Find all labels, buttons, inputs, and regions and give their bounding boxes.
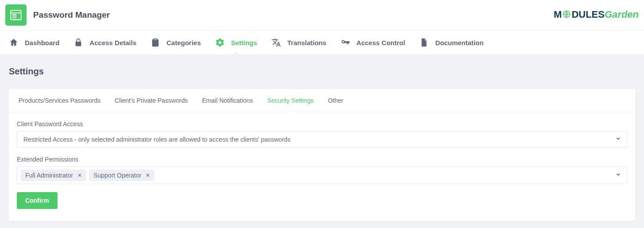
tab-products-services[interactable]: Products/Services Passwords [12,89,108,112]
nav-documentation[interactable]: Documentation [412,31,490,54]
nav-categories[interactable]: Categories [143,31,208,54]
nav-label: Documentation [435,39,483,46]
nav-label: Translations [287,39,326,46]
nav-access-control[interactable]: Access Control [333,31,412,54]
header-left: Password Manager [5,4,110,26]
nav-label: Access Details [89,39,136,46]
chevron-down-icon [615,135,621,143]
nav-label: Access Control [356,39,405,46]
brand-logo: M DULESGarden [554,9,639,21]
nav-label: Settings [231,39,257,46]
app-title: Password Manager [33,10,110,20]
app-logo [5,4,27,26]
chevron-down-icon [615,171,621,179]
select-value: Restricted Access - only selected admini… [23,136,290,143]
settings-card: Products/Services Passwords Client's Pri… [9,89,635,220]
tag-item: Support Operator ✕ [89,170,154,181]
key-icon [340,38,350,47]
tab-email-notifications[interactable]: Email Notifications [195,89,260,112]
document-icon [419,38,429,47]
select-client-password-access[interactable]: Restricted Access - only selected admini… [17,131,627,148]
svg-rect-0 [11,11,21,20]
nav-translations[interactable]: Translations [264,31,333,54]
nav-label: Dashboard [25,39,59,46]
settings-tabs: Products/Services Passwords Client's Pri… [9,89,635,112]
multiselect-extended-permissions[interactable]: Full Administrator ✕ Support Operator ✕ [17,166,627,184]
home-icon [9,38,19,47]
tab-security-settings[interactable]: Security Settings [260,89,321,112]
gear-icon [215,38,225,47]
tag-label: Full Administrator [25,172,73,179]
page-title: Settings [9,66,635,77]
lock-icon [73,38,83,47]
window-icon [10,9,22,21]
main-nav: Dashboard Access Details Categories Sett… [0,30,644,55]
tab-other[interactable]: Other [321,89,351,112]
nav-label: Categories [166,39,201,46]
confirm-button[interactable]: Confirm [17,192,58,209]
group-extended-permissions: Extended Permissions Full Administrator … [17,156,627,184]
group-client-password-access: Client Password Access Restricted Access… [17,120,627,148]
translate-icon [271,38,281,47]
nav-access-details[interactable]: Access Details [66,31,143,54]
globe-icon [562,10,571,19]
card-body: Client Password Access Restricted Access… [9,112,635,220]
content-area: Settings Products/Services Passwords Cli… [0,55,644,228]
label-client-password-access: Client Password Access [17,120,627,128]
label-extended-permissions: Extended Permissions [17,156,627,163]
tag-label: Support Operator [93,172,141,179]
tag-remove-icon[interactable]: ✕ [77,172,82,178]
tag-remove-icon[interactable]: ✕ [146,172,150,178]
tab-client-private[interactable]: Client's Private Passwords [108,89,195,112]
nav-dashboard[interactable]: Dashboard [2,31,66,54]
clipboard-icon [150,38,160,47]
nav-settings[interactable]: Settings [208,31,264,54]
tag-item: Full Administrator ✕ [21,170,86,181]
header: Password Manager M DULESGarden [0,0,644,30]
